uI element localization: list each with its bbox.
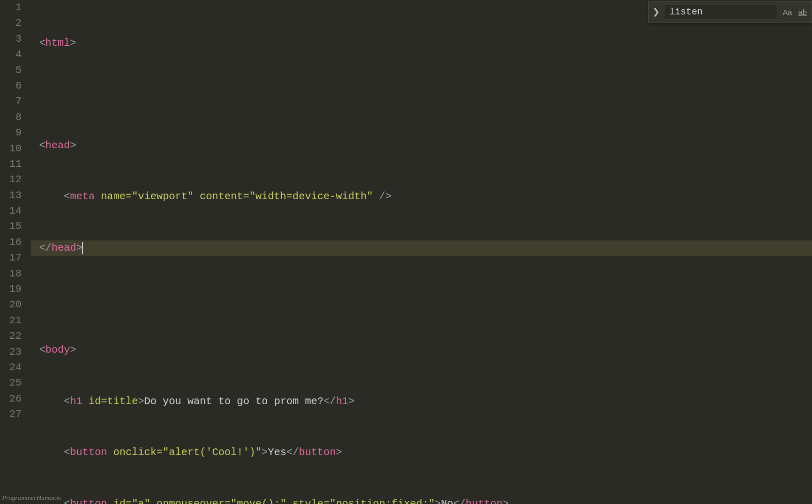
code-line[interactable]: <button id="a" onmouseover="move();" sty… [39,496,812,504]
line-number: 16 [0,235,22,250]
chevron-right-icon[interactable]: ❯ [651,5,662,19]
code-editor[interactable]: 1 2 3 4 5 6 7 8 9 10 11 12 13 14 15 16 1… [0,0,812,504]
line-number: 24 [0,360,22,375]
find-widget[interactable]: ❯ Aa ab [648,1,812,23]
line-number: 4 [0,47,22,62]
code-line[interactable]: <html> [39,36,812,51]
line-number: 2 [0,15,22,31]
code-line[interactable]: <meta name="viewport" content="width=dev… [39,189,812,204]
line-number: 6 [0,78,22,94]
line-number: 17 [0,250,22,266]
code-line[interactable]: <h1 id=title>Do you want to go to prom m… [39,394,812,409]
code-area[interactable]: <html> <head> <meta name="viewport" cont… [31,0,812,504]
line-number: 27 [0,407,22,422]
line-number: 26 [0,391,22,407]
code-line[interactable] [39,291,812,307]
line-number: 10 [0,141,22,157]
line-number: 21 [0,313,22,328]
line-number: 7 [0,94,22,109]
line-number: 5 [0,63,22,78]
code-line[interactable]: <body> [39,342,812,358]
code-line-active[interactable]: </head> [31,240,812,256]
line-number: 22 [0,328,22,344]
text-cursor [82,242,83,254]
code-line[interactable] [39,86,812,102]
line-number: 9 [0,125,22,141]
code-line[interactable]: <button onclick="alert('Cool!')">Yes</bu… [39,445,812,460]
line-number: 19 [0,282,22,297]
line-number: 20 [0,297,22,312]
watermark-text: ProgrammerHumor.io [2,494,61,502]
line-number: 12 [0,172,22,187]
line-number: 25 [0,375,22,391]
line-number: 3 [0,31,22,47]
find-input[interactable] [665,4,778,20]
line-number: 11 [0,157,22,172]
match-case-toggle[interactable]: Aa [781,7,793,18]
code-line[interactable]: <head> [39,138,812,153]
line-number: 15 [0,219,22,234]
match-whole-word-toggle[interactable]: ab [797,7,808,18]
line-number: 1 [0,0,22,15]
line-number: 18 [0,266,22,282]
line-number: 14 [0,203,22,219]
line-number: 23 [0,344,22,360]
line-number-gutter: 1 2 3 4 5 6 7 8 9 10 11 12 13 14 15 16 1… [0,0,31,504]
line-number: 8 [0,110,22,125]
line-number: 13 [0,188,22,203]
